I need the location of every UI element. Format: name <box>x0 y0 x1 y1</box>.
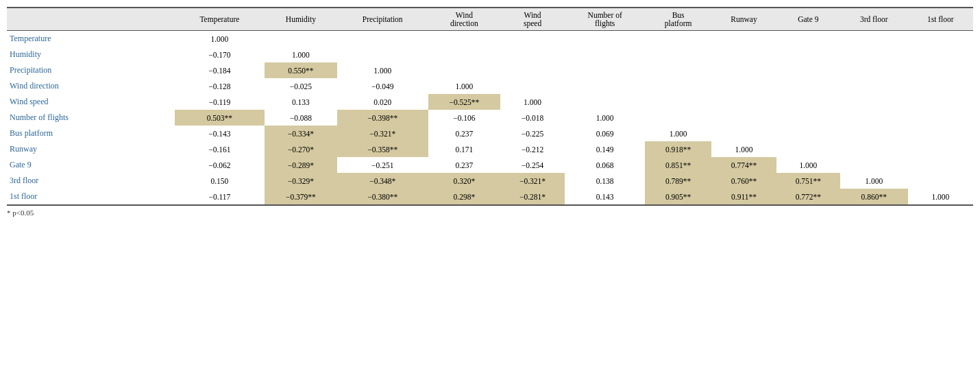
cell-value <box>908 141 973 157</box>
cell-value <box>565 78 645 94</box>
cell-value <box>840 78 908 94</box>
cell-value <box>337 47 428 62</box>
cell-value: 1.000 <box>565 110 645 126</box>
cell-value: 0.020 <box>337 94 428 110</box>
cell-value: 0.760** <box>711 173 776 189</box>
cell-value: −0.321* <box>337 126 428 141</box>
cell-value: −0.184 <box>175 62 265 78</box>
cell-value: −0.225 <box>500 126 565 141</box>
cell-value: −0.025 <box>265 78 337 94</box>
cell-value <box>337 31 428 47</box>
cell-value <box>776 31 840 47</box>
cell-value <box>500 62 565 78</box>
cell-value: 1.000 <box>908 189 973 205</box>
header-humidity: Humidity <box>265 8 337 31</box>
header-wind-direction: Winddirection <box>428 8 500 31</box>
header-runway: Runway <box>711 8 776 31</box>
cell-value: −0.117 <box>175 189 265 205</box>
cell-value <box>565 47 645 62</box>
cell-value: −0.106 <box>428 110 500 126</box>
cell-value: −0.062 <box>175 157 265 173</box>
cell-value: −0.254 <box>500 157 565 173</box>
cell-value <box>908 157 973 173</box>
header-row: Temperature Humidity Precipitation Windd… <box>7 8 973 31</box>
cell-value <box>908 173 973 189</box>
cell-value: 0.751** <box>776 173 840 189</box>
header-empty <box>7 8 175 31</box>
cell-value <box>645 47 711 62</box>
cell-value <box>840 47 908 62</box>
cell-value: 1.000 <box>337 62 428 78</box>
cell-value <box>776 47 840 62</box>
table-row: Wind speed−0.1190.1330.020−0.525**1.000 <box>7 94 973 110</box>
cell-value <box>776 110 840 126</box>
cell-value: 0.133 <box>265 94 337 110</box>
cell-value <box>908 78 973 94</box>
header-gate9: Gate 9 <box>776 8 840 31</box>
cell-value: −0.348* <box>337 173 428 189</box>
table-row: Wind direction−0.128−0.025−0.0491.000 <box>7 78 973 94</box>
cell-value <box>776 141 840 157</box>
table-row: 1st floor−0.117−0.379**−0.380**0.298*−0.… <box>7 189 973 205</box>
header-bus-platform: Busplatform <box>645 8 711 31</box>
correlation-table: Temperature Humidity Precipitation Windd… <box>7 7 973 206</box>
cell-value: −0.398** <box>337 110 428 126</box>
cell-value <box>428 62 500 78</box>
row-label: Number of flights <box>7 110 175 126</box>
header-temperature: Temperature <box>175 8 265 31</box>
cell-value: −0.525** <box>428 94 500 110</box>
header-precipitation: Precipitation <box>337 8 428 31</box>
header-number-of-flights: Number offlights <box>565 8 645 31</box>
cell-value: 0.918** <box>645 141 711 157</box>
cell-value <box>500 47 565 62</box>
cell-value: −0.143 <box>175 126 265 141</box>
header-3rd-floor: 3rd floor <box>840 8 908 31</box>
cell-value: −0.119 <box>175 94 265 110</box>
cell-value <box>711 78 776 94</box>
cell-value <box>908 47 973 62</box>
row-label: Gate 9 <box>7 157 175 173</box>
cell-value <box>776 126 840 141</box>
cell-value: 1.000 <box>840 173 908 189</box>
row-label: Precipitation <box>7 62 175 78</box>
cell-value: 0.069 <box>565 126 645 141</box>
cell-value <box>711 94 776 110</box>
cell-value: 1.000 <box>175 31 265 47</box>
cell-value <box>908 31 973 47</box>
cell-value <box>565 94 645 110</box>
table-row: Temperature1.000 <box>7 31 973 47</box>
cell-value <box>776 62 840 78</box>
cell-value <box>428 47 500 62</box>
cell-value: 0.298* <box>428 189 500 205</box>
cell-value: −0.088 <box>265 110 337 126</box>
cell-value: −0.128 <box>175 78 265 94</box>
cell-value <box>908 126 973 141</box>
cell-value <box>711 126 776 141</box>
cell-value: −0.380** <box>337 189 428 205</box>
cell-value: −0.358** <box>337 141 428 157</box>
cell-value <box>711 47 776 62</box>
row-label: Wind speed <box>7 94 175 110</box>
cell-value: 0.789** <box>645 173 711 189</box>
cell-value: 0.149 <box>565 141 645 157</box>
cell-value <box>645 94 711 110</box>
cell-value: 1.000 <box>711 141 776 157</box>
cell-value: 0.905** <box>645 189 711 205</box>
cell-value: 0.320* <box>428 173 500 189</box>
table-row: 3rd floor0.150−0.329*−0.348*0.320*−0.321… <box>7 173 973 189</box>
cell-value: 0.503** <box>175 110 265 126</box>
cell-value <box>840 126 908 141</box>
cell-value: −0.329* <box>265 173 337 189</box>
cell-value: −0.251 <box>337 157 428 173</box>
cell-value: 0.237 <box>428 126 500 141</box>
cell-value <box>840 62 908 78</box>
footnote: * p<0.05 <box>7 209 973 217</box>
cell-value <box>840 31 908 47</box>
cell-value <box>711 110 776 126</box>
table-row: Precipitation−0.1840.550**1.000 <box>7 62 973 78</box>
cell-value <box>776 94 840 110</box>
cell-value: −0.270* <box>265 141 337 157</box>
cell-value: −0.379** <box>265 189 337 205</box>
cell-value: −0.334* <box>265 126 337 141</box>
cell-value: −0.018 <box>500 110 565 126</box>
